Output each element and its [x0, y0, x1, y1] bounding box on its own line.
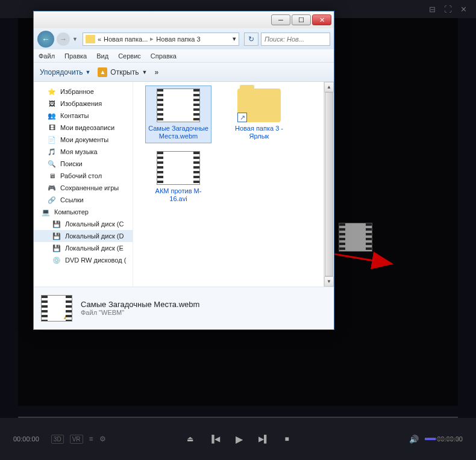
search-input[interactable]	[265, 36, 327, 43]
sidebar-item-icon: 💾	[52, 219, 61, 229]
file-label: Новая папка 3 - Ярлык	[229, 125, 289, 140]
scroll-up-icon[interactable]: ▲	[324, 82, 334, 92]
sidebar-item-label: Сохраненные игры	[60, 184, 119, 191]
navigation-pane: ⭐Избранное🖼Изображения👥Контакты🎞Мои виде…	[34, 82, 133, 287]
sidebar-item-label: Локальный диск (C	[65, 220, 124, 228]
minimize-button[interactable]: ─	[271, 14, 290, 25]
sidebar-item[interactable]: 💿DVD RW дисковод (	[34, 254, 133, 266]
file-label: АКМ против M-16.avi	[148, 187, 208, 203]
command-bar: Упорядочить ▼ ▲Открыть ▼ »	[34, 63, 334, 82]
video-thumbnail-icon	[157, 151, 200, 185]
badge-icon: ▲	[190, 112, 201, 123]
sidebar-item-icon: 🔗	[47, 195, 57, 205]
sidebar-item-label: Компьютер	[54, 208, 89, 216]
sidebar-item[interactable]: 🔗Ссылки	[34, 194, 133, 206]
sidebar-item-icon: 🎞	[47, 123, 57, 132]
maximize-button[interactable]: ☐	[292, 14, 311, 25]
sidebar-item-icon: 💾	[52, 231, 61, 241]
sidebar-item[interactable]: 🖼Изображения	[34, 98, 133, 110]
player-compact-icon[interactable]: ⊟	[429, 5, 436, 14]
sidebar-item-label: Мои документы	[60, 136, 108, 143]
details-filetype: Файл "WEBM"	[81, 309, 199, 316]
folder-thumbnail-icon: ↗	[237, 89, 281, 122]
close-button[interactable]: ✕	[312, 14, 331, 25]
sidebar-item-icon: 👥	[47, 111, 57, 120]
more-button[interactable]: »	[154, 68, 158, 76]
sidebar-item-icon: 🔍	[47, 159, 57, 169]
video-thumbnail-icon: ▲	[157, 89, 200, 122]
sidebar-item[interactable]: 🖥Рабочий стол	[34, 170, 133, 182]
window-titlebar[interactable]: ─ ☐ ✕	[34, 11, 334, 28]
3d-button[interactable]: 3D	[51, 435, 64, 444]
volume-icon[interactable]: 🔊	[409, 435, 419, 444]
breadcrumb-parent[interactable]: Новая папка...	[104, 36, 148, 43]
drag-ghost-thumbnail	[337, 223, 374, 254]
sidebar-item[interactable]: 💾Локальный диск (C	[34, 218, 133, 230]
breadcrumb-current[interactable]: Новая папка 3	[156, 36, 200, 43]
menu-view[interactable]: Вид	[96, 52, 108, 60]
player-close-icon[interactable]: ✕	[460, 5, 467, 14]
menu-help[interactable]: Справка	[151, 52, 177, 60]
next-icon[interactable]: ▶▌	[258, 435, 269, 443]
stop-icon[interactable]: ■	[284, 435, 289, 443]
file-item[interactable]: АКМ против M-16.avi	[145, 148, 211, 206]
open-button[interactable]: ▲Открыть ▼	[98, 67, 147, 77]
sidebar-item-label: Локальный диск (D	[65, 232, 124, 240]
badge-icon: ▲	[62, 311, 73, 322]
sidebar-item[interactable]: 🎮Сохраненные игры	[34, 182, 133, 194]
sidebar-item-icon: 🖼	[47, 99, 57, 108]
organize-button[interactable]: Упорядочить ▼	[40, 68, 90, 76]
sidebar-item[interactable]: 💾Локальный диск (D	[34, 230, 133, 242]
address-bar[interactable]: « Новая папка... ▸ Новая папка 3 ▾	[83, 33, 239, 46]
player-controls: 00:00:00 3D VR ≡ ⚙ ⏏ ▐◀ ▶ ▶▌ ■ 🔊 00:00:0…	[0, 418, 476, 460]
sidebar-item-label: Ссылки	[60, 196, 84, 204]
eject-icon[interactable]: ⏏	[187, 435, 193, 443]
navigation-bar: ← → ▼ « Новая папка... ▸ Новая папка 3 ▾…	[34, 28, 334, 49]
back-button[interactable]: ←	[37, 31, 54, 48]
sidebar-item[interactable]: 💾Локальный диск (E	[34, 242, 133, 254]
sidebar-item-label: Контакты	[60, 112, 89, 119]
sidebar-item[interactable]: 🎞Мои видеозаписи	[34, 122, 133, 134]
scroll-thumb[interactable]	[325, 92, 333, 276]
search-box[interactable]	[261, 33, 330, 46]
player-expand-icon[interactable]: ⛶	[444, 5, 452, 14]
volume-slider[interactable]	[425, 438, 458, 440]
history-dropdown-icon[interactable]: ▼	[72, 36, 78, 42]
prev-icon[interactable]: ▐◀	[209, 435, 220, 443]
vr-button[interactable]: VR	[70, 435, 83, 444]
refresh-button[interactable]: ↻	[244, 33, 258, 46]
sidebar-item-icon: 🖥	[47, 171, 57, 181]
open-icon: ▲	[98, 67, 107, 77]
file-item[interactable]: ↗Новая папка 3 - Ярлык	[226, 85, 292, 143]
details-thumbnail: ▲	[41, 295, 72, 322]
scrollbar[interactable]: ▲ ▼	[324, 82, 334, 287]
settings-icon[interactable]: ⚙	[99, 435, 106, 443]
sidebar-item-icon: 💿	[52, 255, 61, 265]
sidebar-item-icon: 💾	[52, 243, 61, 253]
sidebar-item-icon: ⭐	[47, 87, 57, 96]
scroll-down-icon[interactable]: ▼	[324, 276, 334, 287]
sidebar-item[interactable]: ⭐Избранное	[34, 85, 133, 98]
menu-edit[interactable]: Правка	[64, 52, 87, 60]
sidebar-item[interactable]: 💻Компьютер	[34, 206, 133, 218]
sidebar-item-icon: 📄	[47, 135, 57, 145]
playlist-icon[interactable]: ≡	[89, 435, 93, 443]
sidebar-item[interactable]: 📄Мои документы	[34, 134, 133, 146]
file-list[interactable]: ▲Самые Загадочные Места.webm↗Новая папка…	[133, 82, 334, 287]
sidebar-item-icon: 🎮	[47, 183, 57, 193]
forward-button[interactable]: →	[57, 33, 70, 46]
sidebar-item[interactable]: 🔍Поиски	[34, 158, 133, 170]
sidebar-item-label: Рабочий стол	[60, 172, 102, 179]
file-item[interactable]: ▲Самые Загадочные Места.webm	[145, 85, 211, 143]
shortcut-arrow-icon: ↗	[237, 113, 247, 122]
sidebar-item[interactable]: 🎵Моя музыка	[34, 146, 133, 158]
sidebar-item-icon: 🎵	[47, 147, 57, 157]
menu-file[interactable]: Файл	[39, 52, 55, 60]
details-pane: ▲ Самые Загадочные Места.webm Файл "WEBM…	[34, 287, 334, 329]
menu-bar: Файл Правка Вид Сервис Справка	[34, 49, 334, 63]
play-icon[interactable]: ▶	[236, 434, 243, 445]
sidebar-item-label: Мои видеозаписи	[60, 124, 114, 131]
menu-tools[interactable]: Сервис	[118, 52, 141, 60]
sidebar-item[interactable]: 👥Контакты	[34, 110, 133, 122]
address-dropdown-icon[interactable]: ▾	[233, 35, 236, 43]
